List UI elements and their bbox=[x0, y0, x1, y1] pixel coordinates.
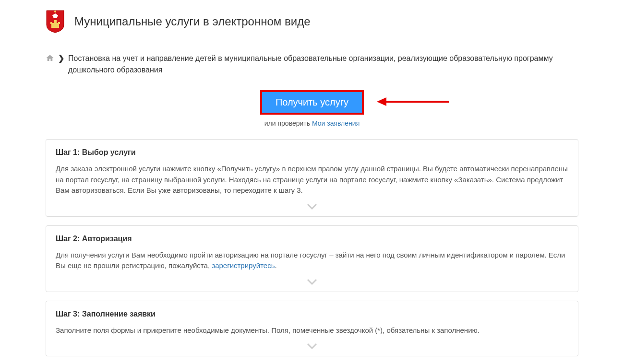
step-title: Шаг 3: Заполнение заявки bbox=[56, 310, 568, 318]
step-body-prefix: Для получения услуги Вам необходимо прой… bbox=[56, 251, 565, 270]
expand-toggle[interactable] bbox=[56, 276, 568, 288]
breadcrumb-current: Постановка на учет и направление детей в… bbox=[68, 53, 578, 76]
chevron-down-icon bbox=[307, 278, 317, 287]
breadcrumb: ❯ Постановка на учет и направление детей… bbox=[46, 53, 578, 76]
expand-toggle[interactable] bbox=[56, 201, 568, 212]
home-icon[interactable] bbox=[46, 54, 54, 66]
step-body: Для получения услуги Вам необходимо прой… bbox=[56, 250, 568, 271]
arrow-annotation-icon bbox=[374, 94, 451, 111]
step-title: Шаг 2: Авторизация bbox=[56, 235, 568, 243]
expand-toggle[interactable] bbox=[56, 341, 568, 352]
svg-rect-2 bbox=[50, 22, 52, 24]
svg-rect-3 bbox=[58, 22, 60, 24]
breadcrumb-separator: ❯ bbox=[58, 53, 64, 64]
chevron-down-icon bbox=[307, 203, 317, 211]
register-link[interactable]: зарегистрируйтесь bbox=[212, 261, 275, 270]
check-applications-line: или проверить Мои заявления bbox=[46, 119, 578, 127]
svg-marker-6 bbox=[377, 97, 386, 106]
step-body-suffix: . bbox=[275, 261, 277, 270]
my-applications-link[interactable]: Мои заявления bbox=[312, 119, 360, 127]
cta-section: Получить услугу bbox=[46, 90, 578, 115]
step-card-2: Шаг 2: Авторизация Для получения услуги … bbox=[46, 225, 578, 292]
step-title: Шаг 1: Выбор услуги bbox=[56, 148, 568, 157]
coat-of-arms-icon bbox=[46, 10, 65, 34]
svg-point-4 bbox=[54, 11, 56, 12]
page-title: Муниципальные услуги в электронном виде bbox=[74, 15, 310, 28]
svg-rect-1 bbox=[54, 20, 57, 23]
svg-rect-0 bbox=[51, 23, 59, 28]
chevron-down-icon bbox=[307, 342, 317, 351]
step-body: Заполните поля формы и прикрепите необхо… bbox=[56, 325, 568, 336]
step-card-1: Шаг 1: Выбор услуги Для заказа электронн… bbox=[46, 139, 578, 217]
step-body: Для заказа электронной услуги нажмите кн… bbox=[56, 164, 568, 196]
get-service-button[interactable]: Получить услугу bbox=[260, 90, 364, 115]
check-prefix-text: или проверить bbox=[264, 119, 312, 127]
step-card-3: Шаг 3: Заполнение заявки Заполните поля … bbox=[46, 301, 578, 357]
header: Муниципальные услуги в электронном виде bbox=[46, 10, 578, 34]
